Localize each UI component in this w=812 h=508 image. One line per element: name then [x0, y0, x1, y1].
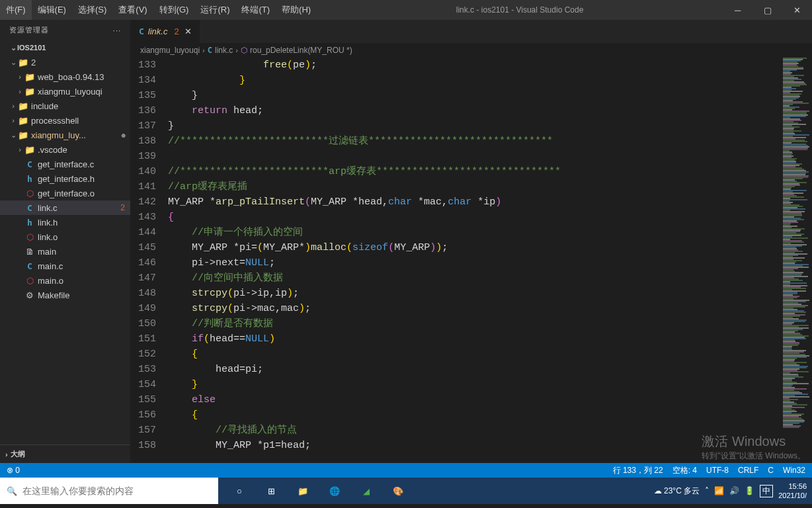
file-explorer-icon[interactable]: 📁 [288, 478, 317, 504]
file-icon: ⬡ [24, 276, 36, 286]
tree-item[interactable]: ⌄📁xiangmu_luy...● [0, 128, 130, 142]
menu-item[interactable]: 转到(G) [153, 0, 195, 20]
menu-item[interactable]: 终端(T) [235, 0, 276, 20]
status-eol[interactable]: CRLF [738, 466, 758, 475]
breadcrumb-file[interactable]: Clink.c [208, 46, 233, 55]
file-icon: ⬡ [24, 189, 36, 198]
menu-item[interactable]: 选择(S) [72, 0, 112, 20]
breadcrumb-symbol[interactable]: ⬡rou_pDeleteLink(MY_ROU *) [241, 46, 352, 55]
file-icon: h [24, 174, 36, 184]
tree-item[interactable]: ⬡main.o [0, 273, 130, 288]
file-icon: 📁 [24, 72, 36, 82]
workspace-root[interactable]: ⌄ IOS2101 [0, 40, 130, 55]
tree-item[interactable]: ⌄📁2 [0, 55, 130, 69]
file-icon: 📁 [17, 58, 29, 67]
file-icon: C [24, 159, 36, 169]
tree-item[interactable]: ⚙Makefile [0, 288, 130, 302]
tree-item[interactable]: 🗎main [0, 244, 130, 259]
weather-widget[interactable]: ☁ 23°C 多云 [654, 486, 700, 497]
clock[interactable]: 15:56 2021/10/ [778, 482, 807, 500]
sidebar-menu-icon[interactable]: ··· [113, 26, 121, 34]
file-tree: ⌄📁2›📁web_boa-0.94.13›📁xiangmu_luyouqi›📁i… [0, 55, 130, 444]
window-title: link.c - ios2101 - Visual Studio Code [317, 5, 723, 15]
tree-item[interactable]: ›📁include [0, 99, 130, 113]
editor-area: C link.c 2 ✕ xiangmu_luyouqi › Clink.c ›… [131, 20, 812, 463]
status-errors[interactable]: ⊗ 0 [7, 466, 20, 475]
tab-link-c[interactable]: C link.c 2 ✕ [131, 20, 200, 43]
tree-item[interactable]: hlink.h [0, 215, 130, 230]
file-icon: 📁 [24, 87, 36, 97]
menu-item[interactable]: 件(F) [0, 0, 32, 20]
cortana-icon[interactable]: ○ [225, 478, 254, 504]
tree-item[interactable]: Cmain.c [0, 259, 130, 273]
file-icon: ⬡ [24, 232, 36, 242]
outline-header[interactable]: › 大纲 [0, 444, 130, 463]
main-area: 资源管理器 ··· ⌄ IOS2101 ⌄📁2›📁web_boa-0.94.13… [0, 20, 812, 463]
c-file-icon: C [139, 26, 144, 36]
line-numbers: 1331341351361371381391401411421431441451… [131, 58, 168, 463]
close-button[interactable]: ✕ [782, 0, 812, 20]
status-platform[interactable]: Win32 [783, 466, 805, 475]
activate-windows-watermark: 激活 Windows 转到"设置"以激活 Windows。 [702, 433, 805, 462]
status-encoding[interactable]: UTF-8 [706, 466, 729, 475]
menu-item[interactable]: 查看(V) [112, 0, 153, 20]
task-view-icon[interactable]: ⊞ [257, 478, 286, 504]
minimize-button[interactable]: ─ [723, 0, 752, 20]
file-icon: h [24, 218, 36, 228]
file-icon: 📁 [17, 116, 29, 126]
status-line-col[interactable]: 行 133，列 22 [613, 465, 663, 476]
tree-item[interactable]: ›📁processshell [0, 113, 130, 128]
code-content[interactable]: free(pe); } } return head;}//***********… [168, 58, 812, 463]
window-controls: ─ ▢ ✕ [723, 0, 812, 20]
tree-item[interactable]: ⬡get_interface.o [0, 186, 130, 200]
function-icon: ⬡ [241, 46, 247, 55]
status-indent[interactable]: 空格: 4 [672, 465, 697, 476]
ime-indicator[interactable]: 中 [760, 485, 773, 497]
tree-item[interactable]: ⬡link.o [0, 230, 130, 244]
app-icon[interactable]: ◢ [352, 478, 381, 504]
breadcrumbs[interactable]: xiangmu_luyouqi › Clink.c › ⬡rou_pDelete… [131, 43, 812, 58]
editor-tabs: C link.c 2 ✕ [131, 20, 812, 43]
tree-item[interactable]: ›📁xiangmu_luyouqi [0, 84, 130, 99]
file-icon: ⚙ [24, 290, 36, 300]
titlebar: 件(F)编辑(E)选择(S)查看(V)转到(G)运行(R)终端(T)帮助(H) … [0, 0, 812, 20]
tree-item[interactable]: ›📁.vscode [0, 142, 130, 157]
search-icon: 🔍 [7, 486, 17, 496]
file-icon: 📁 [24, 145, 36, 155]
menu-bar: 件(F)编辑(E)选择(S)查看(V)转到(G)运行(R)终端(T)帮助(H) [0, 0, 317, 20]
tree-item[interactable]: ›📁web_boa-0.94.13 [0, 69, 130, 84]
volume-icon[interactable]: 🔊 [729, 486, 739, 495]
file-icon: 📁 [17, 130, 29, 140]
paint-icon[interactable]: 🎨 [384, 478, 413, 504]
windows-taskbar: 🔍 ○ ⊞ 📁 🌐 ◢ 🎨 ☁ 23°C 多云 ˄ 📶 🔊 🔋 中 15:56 … [0, 478, 812, 504]
file-icon: 📁 [17, 101, 29, 111]
status-language[interactable]: C [768, 466, 774, 475]
edge-icon[interactable]: 🌐 [320, 478, 349, 504]
menu-item[interactable]: 帮助(H) [276, 0, 317, 20]
tree-item[interactable]: hget_interface.h [0, 171, 130, 186]
battery-icon[interactable]: 🔋 [745, 486, 754, 495]
error-badge: 2 [174, 26, 179, 36]
sidebar-header: 资源管理器 ··· [0, 20, 130, 40]
breadcrumb-folder[interactable]: xiangmu_luyouqi [140, 46, 200, 55]
tray-chevron-icon[interactable]: ˄ [705, 486, 709, 495]
maximize-button[interactable]: ▢ [752, 0, 782, 20]
taskbar-search[interactable]: 🔍 [0, 478, 218, 504]
search-input[interactable] [22, 486, 218, 496]
sidebar-title: 资源管理器 [9, 25, 49, 35]
menu-item[interactable]: 编辑(E) [32, 0, 72, 20]
file-icon: 🗎 [24, 247, 36, 257]
menu-item[interactable]: 运行(R) [194, 0, 235, 20]
status-bar: ⊗ 0 行 133，列 22 空格: 4 UTF-8 CRLF C Win32 [0, 463, 812, 478]
network-icon[interactable]: 📶 [714, 486, 724, 495]
code-editor[interactable]: 1331341351361371381391401411421431441451… [131, 58, 812, 463]
minimap[interactable] [780, 58, 812, 454]
tree-item[interactable]: Clink.c2 [0, 200, 130, 215]
sidebar: 资源管理器 ··· ⌄ IOS2101 ⌄📁2›📁web_boa-0.94.13… [0, 20, 131, 463]
file-icon: C [24, 261, 36, 271]
file-icon: C [24, 203, 36, 213]
tree-item[interactable]: Cget_interface.c [0, 157, 130, 171]
c-file-icon: C [208, 46, 212, 55]
close-tab-icon[interactable]: ✕ [184, 26, 192, 36]
